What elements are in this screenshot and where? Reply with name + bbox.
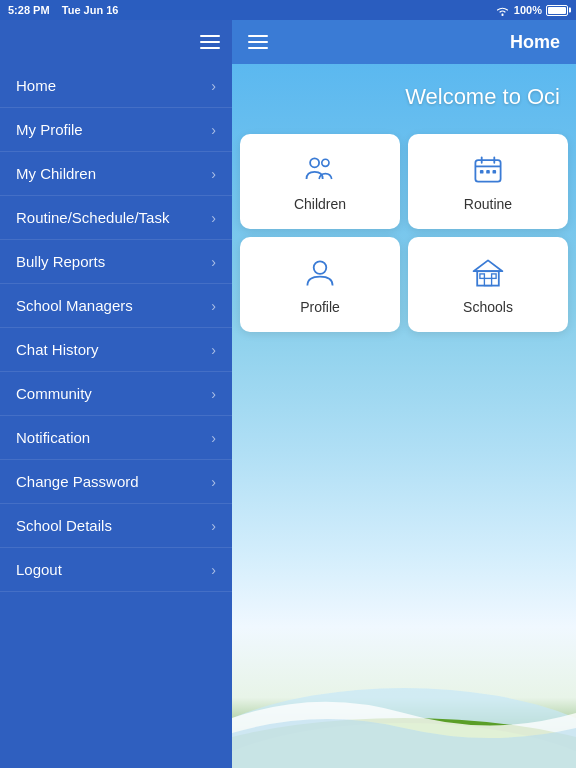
svg-point-0	[501, 14, 503, 16]
welcome-text: Welcome to Oci	[405, 84, 560, 110]
card-children[interactable]: Children	[240, 134, 400, 229]
card-routine-label: Routine	[464, 196, 512, 212]
chevron-icon: ›	[211, 166, 216, 182]
top-bar: Home	[232, 20, 576, 64]
card-profile-label: Profile	[300, 299, 340, 315]
sidebar-label-notification: Notification	[16, 429, 90, 446]
sidebar-item-my-profile[interactable]: My Profile ›	[0, 108, 232, 152]
page-title: Home	[510, 32, 560, 53]
battery-percent: 100%	[514, 4, 542, 16]
status-bar: 5:28 PM Tue Jun 16 100%	[0, 0, 576, 20]
chevron-icon: ›	[211, 210, 216, 226]
routine-icon	[470, 152, 506, 188]
sidebar-label-school-managers: School Managers	[16, 297, 133, 314]
wifi-icon	[495, 5, 510, 16]
svg-rect-17	[480, 273, 485, 278]
hills-decoration	[232, 568, 576, 768]
schools-icon	[470, 255, 506, 291]
chevron-icon: ›	[211, 254, 216, 270]
battery-icon	[546, 5, 568, 16]
sidebar-label-routine: Routine/Schedule/Task	[16, 209, 169, 226]
sidebar-label-my-profile: My Profile	[16, 121, 83, 138]
chevron-icon: ›	[211, 386, 216, 402]
chevron-icon: ›	[211, 474, 216, 490]
chevron-icon: ›	[211, 430, 216, 446]
chevron-icon: ›	[211, 562, 216, 578]
sidebar-label-bully-reports: Bully Reports	[16, 253, 105, 270]
card-schools[interactable]: Schools	[408, 237, 568, 332]
svg-rect-16	[484, 278, 491, 285]
sidebar-label-community: Community	[16, 385, 92, 402]
app-container: Home › My Profile › My Children › Routin…	[0, 20, 576, 768]
menu-button[interactable]	[248, 35, 268, 49]
sidebar-item-chat-history[interactable]: Chat History ›	[0, 328, 232, 372]
sidebar-label-school-details: School Details	[16, 517, 112, 534]
sidebar-label-home: Home	[16, 77, 56, 94]
status-indicators: 100%	[495, 4, 568, 16]
sidebar-label-chat-history: Chat History	[16, 341, 99, 358]
svg-point-4	[310, 158, 319, 167]
sidebar-item-school-details[interactable]: School Details ›	[0, 504, 232, 548]
sidebar-label-logout: Logout	[16, 561, 62, 578]
children-icon	[302, 152, 338, 188]
sidebar-item-notification[interactable]: Notification ›	[0, 416, 232, 460]
svg-rect-12	[493, 170, 497, 174]
main-content: Home W	[232, 20, 576, 768]
svg-point-5	[322, 159, 329, 166]
card-children-label: Children	[294, 196, 346, 212]
svg-point-13	[314, 261, 327, 274]
chevron-icon: ›	[211, 518, 216, 534]
sidebar-item-my-children[interactable]: My Children ›	[0, 152, 232, 196]
chevron-icon: ›	[211, 122, 216, 138]
sidebar-header	[0, 20, 232, 64]
profile-icon	[302, 255, 338, 291]
chevron-icon: ›	[211, 298, 216, 314]
status-date: Tue Jun 16	[62, 4, 119, 16]
svg-rect-11	[486, 170, 490, 174]
sidebar-nav: Home › My Profile › My Children › Routin…	[0, 64, 232, 768]
content-area: Welcome to Oci Children	[232, 64, 576, 768]
sidebar-item-community[interactable]: Community ›	[0, 372, 232, 416]
status-time: 5:28 PM	[8, 4, 50, 16]
card-profile[interactable]: Profile	[240, 237, 400, 332]
sidebar-item-change-password[interactable]: Change Password ›	[0, 460, 232, 504]
chevron-icon: ›	[211, 78, 216, 94]
card-routine[interactable]: Routine	[408, 134, 568, 229]
sidebar-label-my-children: My Children	[16, 165, 96, 182]
sidebar: Home › My Profile › My Children › Routin…	[0, 20, 232, 768]
sidebar-item-home[interactable]: Home ›	[0, 64, 232, 108]
sidebar-close-button[interactable]	[200, 35, 220, 49]
sidebar-item-bully-reports[interactable]: Bully Reports ›	[0, 240, 232, 284]
sidebar-label-change-password: Change Password	[16, 473, 139, 490]
cards-grid: Children Routine	[240, 134, 568, 332]
sidebar-item-logout[interactable]: Logout ›	[0, 548, 232, 592]
svg-rect-10	[480, 170, 484, 174]
svg-rect-18	[492, 273, 497, 278]
sidebar-item-school-managers[interactable]: School Managers ›	[0, 284, 232, 328]
svg-marker-14	[474, 260, 503, 271]
chevron-icon: ›	[211, 342, 216, 358]
card-schools-label: Schools	[463, 299, 513, 315]
sidebar-item-routine-schedule-task[interactable]: Routine/Schedule/Task ›	[0, 196, 232, 240]
